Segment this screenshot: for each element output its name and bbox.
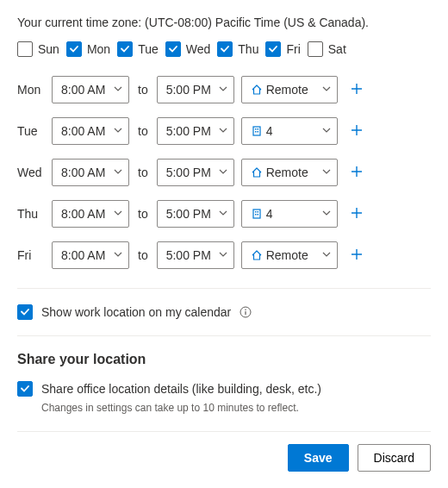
- plus-icon: [350, 82, 364, 98]
- add-button[interactable]: [345, 202, 369, 226]
- to-label: to: [136, 166, 150, 179]
- chevron-down-icon: [113, 207, 123, 221]
- share-details-checkbox[interactable]: [17, 381, 33, 397]
- location-select[interactable]: Remote: [241, 241, 338, 269]
- show-location-option: Show work location on my calendar: [17, 304, 431, 320]
- chevron-down-icon: [321, 124, 332, 138]
- start-time-select[interactable]: 8:00 AM: [52, 76, 129, 103]
- end-time-select[interactable]: 5:00 PM: [157, 117, 234, 145]
- home-icon: [251, 84, 263, 96]
- day-name: Fri: [17, 248, 45, 262]
- checkbox[interactable]: [117, 41, 133, 57]
- day-label: Tue: [138, 42, 159, 56]
- svg-rect-9: [257, 214, 258, 216]
- show-location-checkbox[interactable]: [17, 304, 33, 320]
- day-name: Thu: [17, 207, 45, 221]
- day-checkbox-mon: Mon: [66, 41, 110, 57]
- checkbox[interactable]: [17, 41, 33, 57]
- checkbox[interactable]: [66, 41, 82, 57]
- schedule-row: Fri8:00 AMto5:00 PMRemote: [17, 241, 431, 269]
- svg-rect-7: [257, 211, 258, 213]
- share-location-title: Share your location: [17, 352, 431, 367]
- schedule-rows: Mon8:00 AMto5:00 PMRemoteTue8:00 AMto5:0…: [17, 76, 431, 269]
- location-select[interactable]: 4: [241, 200, 338, 228]
- chevron-down-icon: [113, 248, 123, 262]
- add-button[interactable]: [345, 243, 369, 267]
- location-select[interactable]: 4: [241, 117, 338, 145]
- plus-icon: [350, 247, 364, 264]
- start-time-select[interactable]: 8:00 AM: [52, 117, 129, 145]
- chevron-down-icon: [321, 166, 332, 179]
- start-time-select[interactable]: 8:00 AM: [52, 241, 129, 269]
- share-details-label: Share office location details (like buil…: [41, 382, 321, 396]
- day-label: Wed: [186, 42, 211, 56]
- end-time-select[interactable]: 5:00 PM: [157, 241, 234, 269]
- schedule-row: Wed8:00 AMto5:00 PMRemote: [17, 159, 431, 186]
- share-details-option: Share office location details (like buil…: [17, 381, 431, 397]
- checkbox[interactable]: [165, 41, 181, 57]
- end-time-select[interactable]: 5:00 PM: [157, 200, 234, 228]
- svg-rect-1: [255, 128, 257, 130]
- chevron-down-icon: [218, 166, 228, 179]
- day-checkbox-thu: Thu: [217, 41, 258, 57]
- add-button[interactable]: [345, 78, 369, 102]
- svg-point-11: [245, 309, 246, 310]
- checkbox[interactable]: [265, 41, 281, 57]
- show-location-label: Show work location on my calendar: [41, 305, 231, 319]
- chevron-down-icon: [321, 248, 332, 262]
- day-checkbox-fri: Fri: [265, 41, 300, 57]
- building-icon: [251, 208, 263, 220]
- start-time-select[interactable]: 8:00 AM: [52, 200, 129, 228]
- add-button[interactable]: [345, 119, 369, 143]
- footer: Save Discard: [17, 431, 431, 472]
- work-days-row: SunMonTueWedThuFriSat: [17, 41, 431, 57]
- building-icon: [251, 125, 263, 137]
- svg-rect-8: [255, 214, 257, 216]
- add-button[interactable]: [345, 160, 369, 185]
- chevron-down-icon: [218, 124, 228, 138]
- timezone-text: Your current time zone: (UTC-08:00) Paci…: [17, 16, 431, 29]
- plus-icon: [350, 123, 364, 140]
- location-select[interactable]: Remote: [241, 76, 338, 103]
- schedule-row: Thu8:00 AMto5:00 PM4: [17, 200, 431, 228]
- end-time-select[interactable]: 5:00 PM: [157, 159, 234, 186]
- svg-rect-5: [253, 210, 260, 218]
- day-name: Tue: [17, 124, 45, 138]
- svg-rect-0: [253, 127, 260, 135]
- day-checkbox-tue: Tue: [117, 41, 159, 57]
- plus-icon: [350, 165, 364, 181]
- day-label: Fri: [286, 42, 300, 56]
- discard-button[interactable]: Discard: [358, 444, 431, 472]
- home-icon: [251, 166, 263, 178]
- day-name: Mon: [17, 83, 45, 97]
- chevron-down-icon: [218, 248, 228, 262]
- chevron-down-icon: [321, 207, 332, 221]
- divider: [17, 335, 431, 336]
- svg-rect-4: [257, 131, 258, 133]
- location-select[interactable]: Remote: [241, 159, 338, 186]
- schedule-row: Mon8:00 AMto5:00 PMRemote: [17, 76, 431, 103]
- day-label: Mon: [87, 42, 110, 56]
- day-label: Sun: [38, 42, 59, 56]
- svg-rect-3: [255, 131, 257, 133]
- plus-icon: [350, 206, 364, 222]
- svg-rect-2: [257, 128, 258, 130]
- info-icon[interactable]: [240, 306, 252, 318]
- end-time-select[interactable]: 5:00 PM: [157, 76, 234, 103]
- chevron-down-icon: [321, 83, 332, 97]
- day-name: Wed: [17, 166, 45, 179]
- save-button[interactable]: Save: [288, 444, 349, 472]
- chevron-down-icon: [113, 124, 123, 138]
- home-icon: [251, 249, 263, 261]
- share-helper-text: Changes in settings can take up to 10 mi…: [41, 402, 431, 414]
- svg-rect-12: [246, 311, 246, 315]
- to-label: to: [136, 207, 150, 221]
- checkbox[interactable]: [217, 41, 233, 57]
- start-time-select[interactable]: 8:00 AM: [52, 159, 129, 186]
- day-checkbox-wed: Wed: [165, 41, 211, 57]
- checkbox[interactable]: [308, 41, 323, 57]
- day-label: Sat: [328, 42, 346, 56]
- chevron-down-icon: [218, 207, 228, 221]
- schedule-row: Tue8:00 AMto5:00 PM4: [17, 117, 431, 145]
- to-label: to: [136, 124, 150, 138]
